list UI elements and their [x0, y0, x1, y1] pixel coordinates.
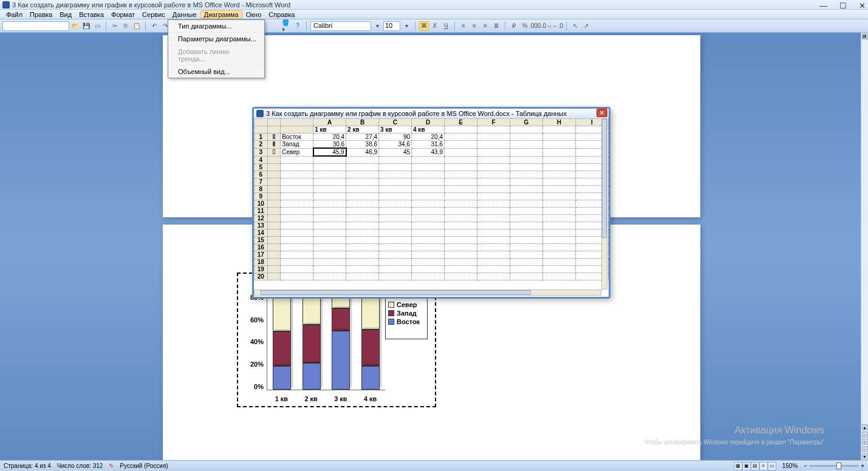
menu-view[interactable]: Вид	[56, 10, 75, 19]
zoom-out-button[interactable]: −	[804, 463, 807, 469]
browse-object-icon[interactable]: ○	[862, 439, 868, 445]
prev-page-icon[interactable]: ◦	[862, 432, 868, 438]
menu-edit[interactable]: Правка	[26, 10, 56, 19]
dropdown-chart-type[interactable]: Тип диаграммы...	[168, 20, 264, 33]
view-print-layout-icon[interactable]: ▦	[734, 462, 742, 470]
y-tick: 60%	[250, 316, 264, 324]
y-tick: 20%	[250, 361, 264, 368]
menu-insert[interactable]: Вставка	[75, 10, 108, 19]
angle-cw-icon[interactable]: ↗	[581, 21, 591, 31]
currency-icon[interactable]: ₽	[509, 21, 519, 31]
status-language[interactable]: Русский (Россия)	[120, 463, 168, 469]
bold-button[interactable]: Ж	[419, 21, 429, 31]
zoom-thumb[interactable]	[836, 463, 841, 469]
thousands-icon[interactable]: 000	[531, 21, 541, 31]
font-dropdown-icon[interactable]: ▾	[372, 21, 382, 31]
angle-ccw-icon[interactable]: ↖	[570, 21, 580, 31]
align-center-icon[interactable]: ≡	[470, 21, 479, 31]
maximize-button[interactable]: ☐	[839, 1, 847, 10]
window-controls: — ☐ ✕	[819, 1, 866, 10]
y-tick: 0%	[254, 383, 264, 390]
datasheet-window[interactable]: 3 Как создать диаграмму или график в кур…	[252, 107, 610, 299]
legend-item: Запад	[388, 310, 425, 317]
view-outline-icon[interactable]: ≡	[759, 462, 768, 470]
scroll-down-icon[interactable]: ▼	[862, 453, 868, 459]
spellcheck-icon[interactable]: ✎	[109, 463, 114, 469]
zoom-level[interactable]: 150%	[782, 463, 798, 469]
paste-icon[interactable]: 📋	[132, 21, 142, 31]
view-web-icon[interactable]: ▤	[751, 462, 759, 470]
menu-window[interactable]: Окно	[242, 10, 265, 19]
font-select[interactable]: Calibri	[310, 21, 371, 31]
cut-icon[interactable]: ✂	[110, 21, 120, 31]
datasheet-close-button[interactable]: ✕	[596, 109, 607, 117]
datasheet-title-text: 3 Как создать диаграмму или график в кур…	[266, 110, 567, 117]
next-page-icon[interactable]: ◦	[862, 446, 868, 452]
legend-item: Север	[388, 301, 425, 308]
menu-file[interactable]: Файл	[2, 10, 26, 19]
dropdown-3d-view[interactable]: Объемный вид...	[168, 66, 264, 78]
align-left-icon[interactable]: ≡	[459, 21, 468, 31]
increase-decimal-icon[interactable]: .0→	[542, 21, 552, 31]
diagram-dropdown: Тип диаграммы... Параметры диаграммы... …	[168, 19, 265, 78]
chart-x-labels: 1 кв 2 кв 3 кв 4 кв	[267, 395, 385, 402]
close-button[interactable]: ✕	[859, 1, 866, 10]
toolbar: 📂 💾 ▭ ✂ ⎘ 📋 ↶ ↷ 🪣▾ ? Calibri ▾ 10 ▾ Ж К …	[0, 19, 868, 33]
style-select[interactable]	[2, 21, 69, 31]
scroll-up-icon[interactable]: ▲	[862, 424, 868, 430]
fill-color-icon[interactable]: 🪣▾	[282, 21, 292, 31]
document-workspace: Активация Windows Чтобы активировать Win…	[0, 33, 861, 460]
window-title: 3 Как создать диаграмму или график в кур…	[12, 1, 290, 8]
decrease-decimal-icon[interactable]: ←.0	[553, 21, 562, 31]
vscroll-thumb[interactable]	[602, 119, 607, 238]
datasheet-hscrollbar[interactable]	[254, 290, 601, 296]
copy-icon[interactable]: ⎘	[121, 21, 131, 31]
align-justify-icon[interactable]: ≣	[491, 21, 501, 31]
menu-bar: Файл Правка Вид Вставка Формат Сервис Да…	[0, 10, 868, 19]
zoom-in-button[interactable]: +	[861, 463, 864, 469]
x-label: 3 кв	[334, 395, 347, 402]
legend-swatch-icon	[388, 302, 394, 308]
print-icon[interactable]: ▭	[92, 21, 102, 31]
zoom-slider[interactable]	[810, 465, 858, 467]
activation-watermark-sub: Чтобы активировать Windows перейдите в р…	[644, 439, 824, 446]
save-icon[interactable]: 💾	[81, 21, 91, 31]
y-tick: 40%	[250, 338, 264, 345]
legend-swatch-icon	[388, 319, 394, 325]
zoom-control: − +	[804, 463, 864, 469]
activation-watermark: Активация Windows	[735, 425, 824, 436]
menu-help[interactable]: Справка	[265, 10, 298, 19]
align-right-icon[interactable]: ≡	[480, 21, 490, 31]
title-bar: 3 Как создать диаграмму или график в кур…	[0, 0, 868, 10]
ruler-toggle-icon[interactable]: ▤	[862, 33, 868, 39]
status-words[interactable]: Число слов: 312	[57, 463, 103, 469]
status-page[interactable]: Страница: 4 из 4	[4, 463, 51, 469]
legend-label: Восток	[397, 318, 420, 325]
datasheet-icon	[256, 110, 264, 117]
menu-service[interactable]: Сервис	[138, 10, 169, 19]
menu-format[interactable]: Формат	[108, 10, 138, 19]
legend-swatch-icon	[388, 310, 394, 316]
minimize-button[interactable]: —	[819, 1, 827, 10]
open-icon[interactable]: 📂	[70, 21, 80, 31]
dropdown-add-trendline: Добавить линию тренда...	[168, 46, 264, 66]
menu-diagram[interactable]: Диаграмма	[200, 10, 242, 19]
datasheet-vscrollbar[interactable]	[601, 118, 607, 290]
view-draft-icon[interactable]: ▭	[768, 462, 776, 470]
main-vscrollbar[interactable]: ▤ ▲ ◦ ○ ◦ ▼	[861, 33, 868, 460]
undo-icon[interactable]: ↶	[149, 21, 159, 31]
percent-icon[interactable]: %	[520, 21, 530, 31]
chart-legend: Север Запад Восток	[385, 297, 428, 339]
view-fullscreen-icon[interactable]: ▣	[742, 462, 751, 470]
hscroll-thumb[interactable]	[261, 290, 531, 295]
size-select[interactable]: 10	[383, 21, 400, 31]
help-icon[interactable]: ?	[293, 21, 302, 31]
menu-data[interactable]: Данные	[169, 10, 200, 19]
view-buttons: ▦ ▣ ▤ ≡ ▭	[734, 462, 776, 470]
datasheet-titlebar[interactable]: 3 Как создать диаграмму или график в кур…	[254, 109, 609, 118]
datasheet-grid[interactable]: ABCDEFGHI1 кв2 кв3 кв4 кв1Восток20,427,4…	[254, 118, 609, 297]
dropdown-chart-options[interactable]: Параметры диаграммы...	[168, 33, 264, 46]
italic-button[interactable]: К	[430, 21, 440, 31]
size-dropdown-icon[interactable]: ▾	[402, 21, 411, 31]
underline-button[interactable]: Ч	[441, 21, 451, 31]
